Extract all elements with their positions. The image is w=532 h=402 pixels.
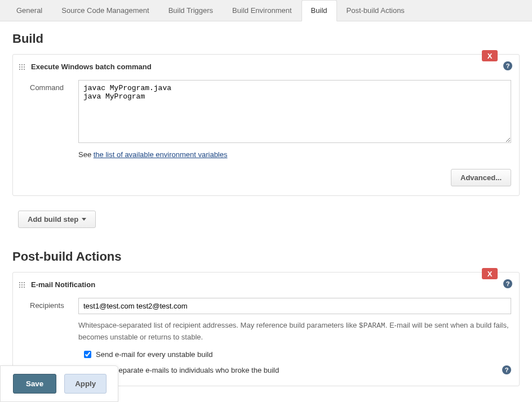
tab-post[interactable]: Post-build Actions xyxy=(337,0,414,21)
apply-button[interactable]: Apply xyxy=(64,374,107,394)
tab-env[interactable]: Build Environment xyxy=(223,0,302,21)
drag-handle-icon[interactable] xyxy=(19,64,25,70)
delete-email-step-button[interactable]: X xyxy=(482,268,498,279)
recipients-input[interactable] xyxy=(78,298,511,314)
email-step-header-title: E-mail Notification xyxy=(31,280,95,289)
add-build-step-button[interactable]: Add build step xyxy=(18,211,96,228)
help-icon[interactable]: ? xyxy=(502,365,511,374)
build-step-box: X ? Execute Windows batch command Comman… xyxy=(12,54,520,196)
save-button[interactable]: Save xyxy=(13,374,56,394)
env-vars-link[interactable]: the list of available environment variab… xyxy=(94,150,228,159)
build-section-title: Build xyxy=(12,32,520,46)
command-label: Command xyxy=(30,80,78,92)
advanced-button[interactable]: Advanced... xyxy=(451,169,511,186)
individuals-checkbox-label: Send separate e-mails to individuals who… xyxy=(96,366,279,374)
email-step-header: E-mail Notification xyxy=(13,277,519,292)
chevron-down-icon xyxy=(82,218,86,221)
tab-scm[interactable]: Source Code Management xyxy=(52,0,158,21)
recipients-label: Recipients xyxy=(30,298,78,310)
post-build-section-title: Post-build Actions xyxy=(12,249,520,264)
config-tabs: General Source Code Management Build Tri… xyxy=(0,0,532,21)
unstable-checkbox[interactable] xyxy=(84,351,91,358)
env-vars-hint: See the list of available environment va… xyxy=(78,145,511,159)
tab-general[interactable]: General xyxy=(7,0,52,21)
help-icon[interactable]: ? xyxy=(503,61,512,70)
delete-build-step-button[interactable]: X xyxy=(482,50,498,61)
build-step-header-title: Execute Windows batch command xyxy=(31,62,152,71)
command-textarea[interactable] xyxy=(78,80,511,143)
help-icon[interactable]: ? xyxy=(503,279,512,288)
footer-bar: Save Apply xyxy=(0,365,118,402)
tab-triggers[interactable]: Build Triggers xyxy=(159,0,223,21)
tab-build[interactable]: Build xyxy=(302,0,337,21)
unstable-checkbox-label: Send e-mail for every unstable build xyxy=(96,350,212,359)
build-step-header: Execute Windows batch command xyxy=(13,59,519,74)
drag-handle-icon[interactable] xyxy=(19,282,25,288)
recipients-help-text: Whitespace-separated list of recipient a… xyxy=(78,320,511,342)
